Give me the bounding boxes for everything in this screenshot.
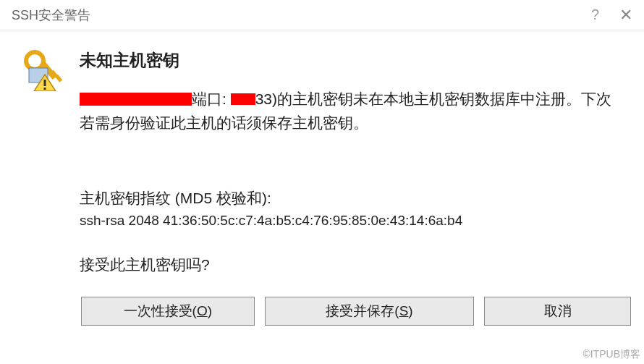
titlebar-controls: ? ✕: [591, 6, 632, 25]
svg-rect-7: [44, 88, 46, 90]
accept-save-button[interactable]: 接受并保存(S): [265, 297, 475, 326]
accept-save-key: S: [399, 303, 409, 319]
key-warning-icon: [22, 49, 67, 91]
fingerprint-value: ssh-rsa 2048 41:36:50:5c:c7:4a:b5:c4:76:…: [80, 213, 617, 229]
svg-point-0: [26, 52, 43, 69]
dialog-heading: 未知主机密钥: [80, 49, 617, 72]
close-button[interactable]: ✕: [619, 6, 632, 25]
dialog-body: 未知主机密钥 端口: 33)的主机密钥未在本地主机密钥数据库中注册。下次若需身份…: [80, 49, 631, 297]
redacted-host: [80, 93, 192, 106]
icon-column: [22, 49, 80, 297]
accept-once-tail: ): [208, 303, 212, 319]
dialog-description: 端口: 33)的主机密钥未在本地主机密钥数据库中注册。下次若需身份验证此主机的话…: [80, 88, 617, 135]
cancel-button[interactable]: 取消: [484, 297, 631, 326]
fingerprint-label: 主机密钥指纹 (MD5 校验和):: [80, 188, 617, 208]
svg-rect-6: [44, 80, 46, 86]
accept-once-key: O: [197, 303, 208, 319]
accept-question: 接受此主机密钥吗?: [80, 255, 617, 275]
watermark: ©ITPUB博客: [582, 348, 640, 361]
accept-once-button[interactable]: 一次性接受(O): [81, 297, 255, 326]
dialog-content: 未知主机密钥 端口: 33)的主机密钥未在本地主机密钥数据库中注册。下次若需身份…: [0, 30, 644, 297]
accept-save-label: 接受并保存(: [326, 302, 399, 321]
button-row: 一次性接受(O) 接受并保存(S) 取消: [0, 297, 644, 326]
port-partial: 33: [255, 90, 272, 107]
port-label: 端口:: [192, 90, 231, 107]
accept-save-tail: ): [408, 303, 412, 319]
window-title: SSH安全警告: [12, 7, 591, 24]
titlebar: SSH安全警告 ? ✕: [0, 0, 644, 30]
redacted-port: [231, 93, 255, 105]
help-button[interactable]: ?: [591, 7, 599, 23]
cancel-label: 取消: [544, 302, 572, 321]
accept-once-label: 一次性接受(: [124, 302, 197, 321]
